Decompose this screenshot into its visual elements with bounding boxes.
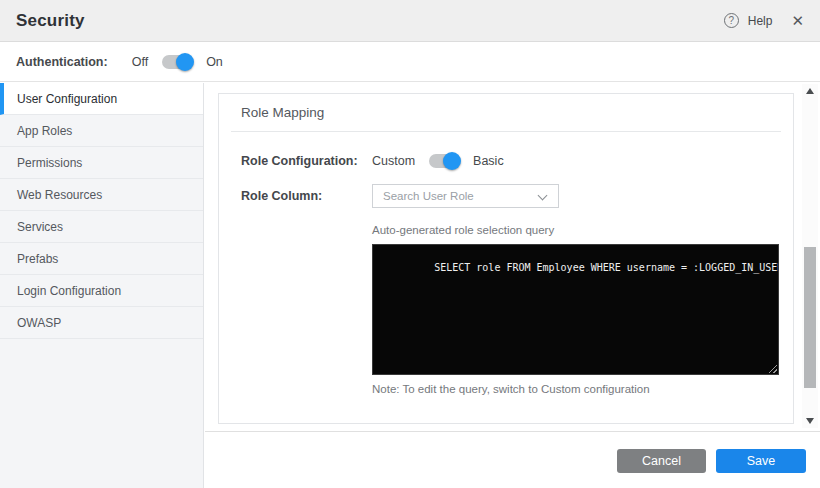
scroll-up-arrow[interactable] — [802, 84, 818, 98]
panel-title-divider — [231, 131, 781, 132]
cancel-button[interactable]: Cancel — [617, 449, 706, 473]
authentication-off-label: Off — [132, 55, 148, 69]
vertical-scrollbar[interactable] — [802, 84, 818, 428]
sidebar-item-label: Permissions — [17, 156, 82, 170]
header-actions: ? Help ✕ — [724, 13, 804, 28]
select-placeholder: Search User Role — [383, 190, 474, 202]
sidebar-item-label: Services — [17, 220, 63, 234]
panel-title: Role Mapping — [241, 105, 324, 120]
authentication-label: Authentication: — [16, 55, 108, 69]
sidebar-item-login-configuration[interactable]: Login Configuration — [0, 275, 203, 307]
dialog-header: Security ? Help ✕ — [0, 0, 820, 42]
sidebar: User Configuration App Roles Permissions… — [0, 83, 204, 488]
toggle-knob — [443, 152, 461, 170]
footer: Cancel Save — [205, 431, 820, 488]
query-caption: Auto-generated role selection query — [372, 224, 793, 236]
triangle-down-icon — [806, 418, 814, 424]
sidebar-item-permissions[interactable]: Permissions — [0, 147, 203, 179]
main-content: Role Mapping Role Configuration: Custom … — [205, 83, 820, 430]
basic-option-label: Basic — [473, 154, 504, 168]
role-column-label: Role Column: — [241, 189, 372, 203]
authentication-row: Authentication: Off On — [0, 43, 820, 82]
sidebar-item-services[interactable]: Services — [0, 211, 203, 243]
triangle-up-icon — [806, 88, 814, 94]
role-column-select[interactable]: Search User Role — [372, 184, 559, 208]
sidebar-item-label: OWASP — [17, 316, 61, 330]
role-configuration-toggle[interactable] — [429, 154, 459, 168]
sidebar-item-web-resources[interactable]: Web Resources — [0, 179, 203, 211]
sidebar-item-user-configuration[interactable]: User Configuration — [0, 83, 203, 115]
panel-title-row: Role Mapping — [219, 94, 793, 131]
role-column-row: Role Column: Search User Role — [219, 184, 793, 208]
role-query-textarea[interactable]: SELECT role FROM Employee WHERE username… — [372, 244, 779, 375]
role-configuration-label: Role Configuration: — [241, 154, 372, 168]
role-configuration-row: Role Configuration: Custom Basic — [219, 154, 793, 168]
scrollbar-thumb[interactable] — [804, 247, 816, 388]
save-button[interactable]: Save — [716, 449, 806, 473]
security-dialog: Security ? Help ✕ Authentication: Off On… — [0, 0, 820, 488]
chevron-down-icon — [538, 191, 548, 201]
sidebar-item-app-roles[interactable]: App Roles — [0, 115, 203, 147]
authentication-on-label: On — [206, 55, 223, 69]
close-icon[interactable]: ✕ — [791, 13, 804, 28]
sidebar-item-label: App Roles — [17, 124, 72, 138]
help-icon[interactable]: ? — [724, 13, 739, 28]
query-note: Note: To edit the query, switch to Custo… — [372, 383, 793, 395]
sidebar-item-label: User Configuration — [17, 92, 117, 106]
toggle-knob — [176, 53, 194, 71]
page-title: Security — [16, 11, 85, 31]
role-mapping-panel: Role Mapping Role Configuration: Custom … — [218, 93, 794, 424]
query-text: SELECT role FROM Employee WHERE username… — [434, 262, 779, 273]
authentication-toggle[interactable] — [162, 55, 192, 69]
custom-option-label: Custom — [372, 154, 415, 168]
scroll-down-arrow[interactable] — [802, 414, 818, 428]
sidebar-item-owasp[interactable]: OWASP — [0, 307, 203, 339]
sidebar-item-label: Login Configuration — [17, 284, 121, 298]
resize-handle[interactable] — [768, 364, 777, 373]
sidebar-item-label: Prefabs — [17, 252, 58, 266]
help-link[interactable]: Help — [748, 14, 773, 28]
sidebar-item-prefabs[interactable]: Prefabs — [0, 243, 203, 275]
sidebar-item-label: Web Resources — [17, 188, 102, 202]
